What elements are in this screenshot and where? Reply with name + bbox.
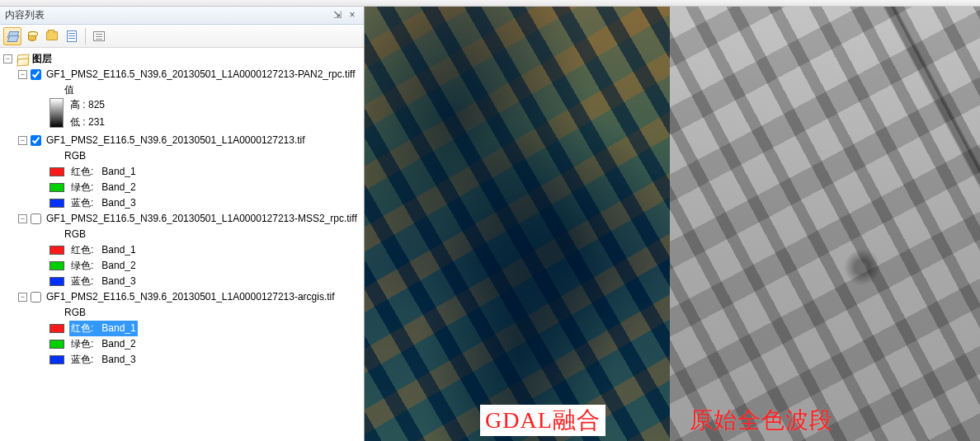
toc-close-button[interactable]: × [346,9,359,22]
list-by-source-button[interactable] [23,27,41,45]
toc-toolbar [0,25,364,48]
band-label[interactable]: 蓝色: Band_3 [69,195,138,211]
list-by-selection-button[interactable] [63,27,81,45]
map-left-pane[interactable]: GDAL融合 [365,7,670,441]
options-icon [93,31,105,41]
grayscale-ramp-swatch[interactable] [49,98,64,128]
list-by-visibility-button[interactable] [43,27,61,45]
band-color-swatch[interactable] [49,261,64,270]
band-label[interactable]: 绿色: Band_2 [69,258,138,274]
panchromatic-imagery [670,7,980,441]
band-label[interactable]: 绿色: Band_2 [69,180,138,195]
layer-visibility-checkbox[interactable] [31,135,41,146]
render-header: RGB [63,227,87,242]
table-of-contents-panel: 内容列表 ⇲ × −图层−GF1_PMS2_E116.5_N39.6_20130… [0,7,365,441]
layer-name[interactable]: GF1_PMS2_E116.5_N39.6_20130501_L1A000012… [45,67,357,82]
band-color-swatch[interactable] [49,355,64,364]
layers-root-label[interactable]: 图层 [31,51,54,67]
folder-icon [46,31,58,40]
stretch-high: 高 : 825 [70,98,105,112]
toc-options-button[interactable] [90,27,108,45]
toolbar-separator [85,28,86,45]
band-label[interactable]: 蓝色: Band_3 [69,274,138,289]
band-label[interactable]: 蓝色: Band_3 [69,352,138,368]
expand-toggle[interactable]: − [18,136,27,145]
band-color-swatch[interactable] [49,324,64,333]
band-color-swatch[interactable] [49,277,64,286]
layer-visibility-checkbox[interactable] [31,292,41,303]
layers-icon [7,30,18,42]
band-label[interactable]: 红色: Band_1 [69,242,138,258]
layer-visibility-checkbox[interactable] [31,69,41,80]
toc-title: 内容列表 [5,8,329,22]
layer-name[interactable]: GF1_PMS2_E116.5_N39.6_20130501_L1A000012… [45,211,359,227]
expand-toggle[interactable]: − [18,214,27,223]
layers-root-icon [16,54,29,65]
layer-name[interactable]: GF1_PMS2_E116.5_N39.6_20130501_L1A000012… [45,133,307,148]
map-viewport[interactable]: GDAL融合 原始全色波段 [365,7,980,441]
band-label[interactable]: 红色: Band_1 [69,321,138,336]
band-color-swatch[interactable] [49,199,64,208]
expand-toggle[interactable]: − [18,293,27,302]
layer-tree[interactable]: −图层−GF1_PMS2_E116.5_N39.6_20130501_L1A00… [0,48,364,441]
band-color-swatch[interactable] [49,183,64,192]
list-by-drawing-order-button[interactable] [3,27,21,45]
left-annotation-label: GDAL融合 [480,405,605,436]
map-right-pane[interactable]: 原始全色波段 [670,7,980,441]
toc-pin-button[interactable]: ⇲ [331,9,344,22]
render-header: 值 [63,82,76,98]
toc-titlebar[interactable]: 内容列表 ⇲ × [0,7,364,25]
render-header: RGB [63,305,87,321]
app-top-toolbar [0,0,980,7]
render-header: RGB [63,148,87,164]
band-color-swatch[interactable] [49,167,64,176]
band-color-swatch[interactable] [49,340,64,349]
layer-visibility-checkbox[interactable] [31,213,41,224]
database-icon [28,31,36,41]
expand-toggle[interactable]: − [3,54,12,63]
sheet-icon [67,30,77,42]
right-annotation-label: 原始全色波段 [690,405,833,436]
expand-toggle[interactable]: − [18,70,27,79]
stretch-low: 低 : 231 [70,115,105,129]
band-label[interactable]: 绿色: Band_2 [69,336,138,352]
layer-name[interactable]: GF1_PMS2_E116.5_N39.6_20130501_L1A000012… [45,289,337,305]
band-color-swatch[interactable] [49,246,64,255]
band-label[interactable]: 红色: Band_1 [69,164,138,180]
fused-color-imagery [365,7,670,441]
